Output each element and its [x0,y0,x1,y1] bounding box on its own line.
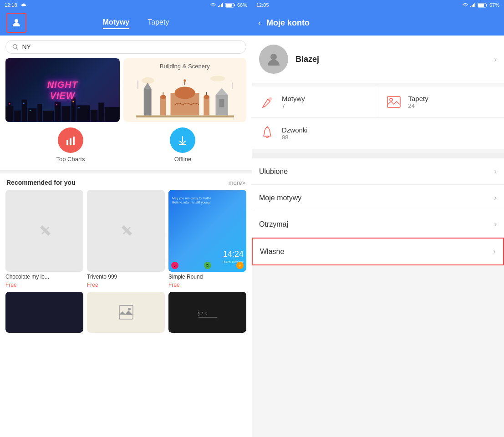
tab-motywy[interactable]: Motywy [103,16,130,29]
user-icon-button[interactable] [6,13,26,33]
svg-rect-26 [30,110,31,111]
top-charts-circle [58,127,83,153]
svg-rect-29 [78,107,80,108]
svg-rect-27 [56,104,57,105]
sr-quote: May you run away for half alifetime,retu… [172,196,211,204]
left-time: 12:18 [5,2,17,8]
svg-text:𝄞 ♪ ♫: 𝄞 ♪ ♫ [197,310,208,316]
back-button[interactable]: ‹ [258,18,261,28]
menu-moje-motywy[interactable]: Moje motywy › [252,185,504,211]
stat-tapety[interactable]: Tapety 24 [378,86,504,118]
svg-rect-22 [98,103,104,122]
svg-rect-10 [5,106,13,122]
svg-point-32 [210,76,225,81]
menu-otrzymaj[interactable]: Otrzymaj › [252,211,504,238]
right-battery-icon [478,3,488,8]
more-link[interactable]: more> [229,179,245,186]
svg-rect-15 [37,104,42,122]
more-thumb-1[interactable] [5,292,83,333]
dzwonki-label: Dzwonki [282,126,308,134]
svg-point-8 [13,45,17,49]
sr-music-btn: ♪ [171,262,178,269]
svg-rect-58 [199,317,217,318]
search-input[interactable] [22,43,239,51]
svg-rect-21 [91,110,97,122]
right-time: 12:05 [256,2,269,8]
offline-action[interactable]: Offline [170,127,195,163]
right-wifi-icon [462,3,468,7]
svg-rect-51 [66,140,68,145]
top-charts-action[interactable]: Top Charts [56,127,85,163]
left-tabs: Motywy Tapety [26,16,245,29]
svg-rect-59 [470,6,471,7]
sr-icons: ♪ ✆ ⚡ [171,262,244,269]
ulubione-chevron: › [494,167,497,176]
image-icon [387,96,401,108]
status-left: 12:18 [5,2,26,8]
svg-rect-60 [472,5,473,7]
menu-wlasne[interactable]: Własne › [252,238,504,265]
stat-dzwonki[interactable]: Dzwonki 98 [252,118,504,149]
svg-rect-65 [478,4,484,7]
night-view-title: NIGHTVIEW [47,79,78,101]
chocolate-price: Free [5,282,83,288]
profile-section[interactable]: Blazej › [252,36,504,83]
theme-card-simple-round[interactable]: May you run away for half alifetime,retu… [168,190,246,288]
left-status-bar: 12:18 66% [0,0,252,10]
signal-icon [218,3,224,7]
svg-point-69 [390,98,392,101]
stat-motywy[interactable]: Motywy 7 [252,86,378,118]
svg-rect-62 [474,3,475,7]
night-view-banner[interactable]: NIGHTVIEW [5,58,120,122]
right-battery: 67% [489,2,499,8]
building-scenery-title: Building & Scenery [160,63,210,70]
simple-round-price: Free [168,282,246,288]
svg-rect-28 [72,101,74,102]
motywy-label: Motywy [282,95,305,102]
sr-time: 14:24 [223,249,244,259]
theme-card-trivento[interactable]: Trivento 999 Free [87,190,165,288]
theme-card-chocolate[interactable]: Chocolate my lo... Free [5,190,83,288]
otrzymaj-label: Otrzymaj [259,220,288,229]
motywy-count: 7 [282,102,305,109]
more-thumb-3[interactable]: 𝄞 ♪ ♫ [168,292,246,333]
right-header: ‹ Moje konto [252,10,504,36]
left-panel: 12:18 66% Motywy Tapety [0,0,252,437]
more-thumb-2-icon [117,303,135,321]
simple-round-thumb: May you run away for half alifetime,retu… [168,190,246,272]
menu-divider [252,153,504,158]
svg-point-67 [263,106,265,107]
bar-chart-icon [66,136,76,145]
svg-rect-24 [9,103,10,105]
svg-rect-48 [136,116,234,118]
brush-icon [260,95,275,109]
svg-rect-53 [73,137,75,145]
svg-rect-23 [105,107,120,122]
wlasne-chevron: › [493,247,496,256]
section-divider [0,170,252,173]
more-thumb-2[interactable] [87,292,165,333]
svg-rect-6 [226,4,232,7]
svg-rect-16 [43,111,54,122]
menu-ulubione[interactable]: Ulubione › [252,158,504,185]
search-icon [12,44,18,50]
tapety-label: Tapety [408,95,428,102]
svg-rect-17 [55,102,61,122]
sr-charge-btn: ⚡ [236,262,244,269]
building-scenery-banner[interactable]: Building & Scenery [123,58,247,122]
moje-motywy-chevron: › [494,193,497,203]
svg-rect-55 [119,305,133,319]
recommended-header: Recommended for you more> [0,173,252,190]
svg-point-38 [160,95,166,99]
simple-round-name: Simple Round [168,274,246,280]
offline-circle [170,127,195,153]
chocolate-thumb [5,190,83,272]
svg-rect-50 [232,83,232,89]
moje-motywy-label: Moje motywy [259,194,301,202]
svg-rect-68 [387,97,400,107]
svg-rect-61 [473,4,474,7]
svg-point-31 [142,77,154,84]
svg-rect-49 [137,81,138,89]
svg-rect-47 [219,99,224,107]
tab-tapety[interactable]: Tapety [148,16,169,29]
